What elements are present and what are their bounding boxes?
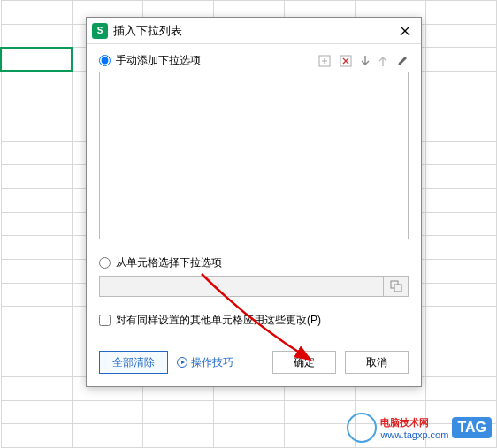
watermark-tag: TAG — [452, 417, 492, 438]
watermark-line1: 电脑技术网 — [380, 416, 448, 429]
apply-others-label: 对有同样设置的其他单元格应用这些更改(P) — [116, 313, 321, 328]
dialog-titlebar: S 插入下拉列表 — [87, 18, 421, 44]
apply-others-checkbox[interactable] — [99, 315, 111, 326]
tips-label: 操作技巧 — [191, 355, 233, 370]
add-item-icon[interactable] — [318, 55, 331, 67]
app-logo-icon: S — [92, 23, 108, 39]
selected-cell[interactable] — [1, 48, 72, 72]
svg-rect-3 — [394, 285, 401, 292]
watermark-circle-icon — [347, 413, 377, 443]
fromcells-label: 从单元格选择下拉选项 — [116, 255, 222, 270]
insert-dropdown-dialog: S 插入下拉列表 手动添加下拉选项 从单元格选择下拉选项 — [86, 17, 422, 387]
cell-range-input[interactable] — [99, 276, 384, 297]
watermark-line2: www.tagxp.com — [380, 429, 448, 440]
options-listbox[interactable] — [99, 72, 409, 239]
clear-all-button[interactable]: 全部清除 — [99, 351, 168, 374]
manual-radio[interactable] — [99, 55, 111, 66]
move-up-icon[interactable] — [378, 55, 387, 67]
range-picker-icon — [390, 280, 402, 292]
delete-item-icon[interactable] — [340, 55, 352, 67]
close-icon — [400, 26, 410, 36]
close-button[interactable] — [394, 20, 416, 42]
tips-link[interactable]: 操作技巧 — [177, 355, 233, 370]
fromcells-radio[interactable] — [99, 257, 111, 269]
dialog-title: 插入下拉列表 — [113, 23, 394, 39]
move-down-icon[interactable] — [361, 55, 370, 67]
cancel-button[interactable]: 取消 — [345, 351, 409, 374]
edit-icon[interactable] — [396, 55, 409, 67]
range-picker-button[interactable] — [384, 276, 409, 297]
play-icon — [177, 357, 187, 368]
watermark: 电脑技术网 www.tagxp.com TAG — [347, 413, 492, 443]
ok-button[interactable]: 确定 — [272, 351, 336, 374]
manual-label: 手动添加下拉选项 — [116, 53, 318, 68]
